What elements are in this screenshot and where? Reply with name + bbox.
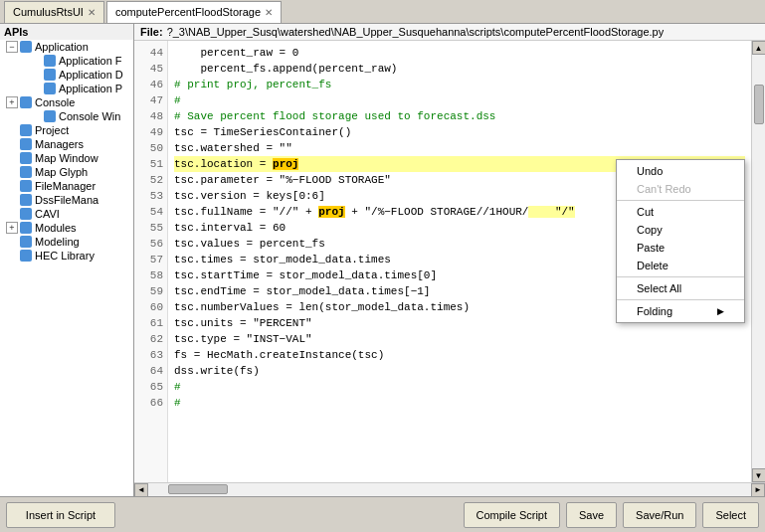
tab-script-close[interactable]: ✕: [265, 7, 273, 18]
tree-item-icon-0: [20, 41, 32, 53]
code-line-50: tsc.watershed = "": [174, 140, 745, 156]
tree-toggle-13[interactable]: +: [6, 222, 18, 234]
select-button[interactable]: Select: [702, 502, 759, 528]
sidebar-item-13[interactable]: +Modules: [0, 221, 133, 235]
sidebar-item-label-2: Application D: [59, 69, 123, 81]
sidebar-item-label-11: DssFileMana: [35, 194, 98, 206]
sidebar-item-4[interactable]: +Console: [0, 95, 133, 109]
menu-item-label: Delete: [637, 260, 669, 271]
menu-separator-2: [617, 200, 744, 201]
code-line-64: dss.write(fs): [174, 363, 745, 379]
tree-item-icon-12: [20, 208, 32, 220]
sidebar-item-7[interactable]: Managers: [0, 137, 133, 151]
menu-item-undo[interactable]: Undo: [617, 162, 744, 180]
menu-item-label: Cut: [637, 206, 654, 218]
code-line-49: tsc = TimeSeriesContainer(): [174, 124, 745, 140]
menu-item-label: Can't Redo: [637, 183, 691, 195]
scroll-thumb[interactable]: [754, 85, 764, 124]
tree-item-icon-13: [20, 222, 32, 234]
tree-toggle-0[interactable]: −: [6, 41, 18, 53]
horizontal-scrollbar[interactable]: ◄ ►: [134, 482, 765, 496]
menu-item-copy[interactable]: Copy: [617, 221, 744, 239]
sidebar-item-label-8: Map Window: [35, 152, 98, 164]
sidebar-item-10[interactable]: FileManager: [0, 179, 133, 193]
sidebar-item-label-9: Map Glyph: [35, 166, 88, 178]
sidebar-item-0[interactable]: −Application: [0, 40, 133, 54]
tree-item-icon-2: [44, 69, 56, 81]
sidebar-item-5[interactable]: Console Win: [0, 109, 133, 123]
title-bar: CumulusRtsUI ✕ computePercentFloodStorag…: [0, 0, 765, 24]
tree-item-icon-15: [20, 250, 32, 262]
menu-item-cut[interactable]: Cut: [617, 203, 744, 221]
save-button[interactable]: Save: [566, 502, 617, 528]
file-path-bar: File: ?_3\NAB_Upper_Susq\watershed\NAB_U…: [134, 24, 765, 41]
compile-script-button[interactable]: Compile Script: [464, 502, 561, 528]
sidebar-item-label-7: Managers: [35, 138, 84, 150]
sidebar-item-label-5: Console Win: [59, 110, 120, 122]
tree-toggle-4[interactable]: +: [6, 96, 18, 108]
sidebar-item-11[interactable]: DssFileMana: [0, 193, 133, 207]
sidebar-item-label-13: Modules: [35, 222, 77, 234]
scroll-left-arrow[interactable]: ◄: [134, 483, 148, 497]
menu-item-paste[interactable]: Paste: [617, 239, 744, 257]
menu-item-label: Folding: [637, 305, 672, 317]
sidebar-item-label-10: FileManager: [35, 180, 96, 192]
menu-item-label: Paste: [637, 242, 665, 254]
sidebar-tree: −ApplicationApplication FApplication DAp…: [0, 40, 133, 263]
sidebar-item-label-14: Modeling: [35, 236, 80, 248]
menu-item-can't-redo: Can't Redo: [617, 180, 744, 198]
file-path-label: File:: [140, 26, 163, 38]
sidebar-item-label-3: Application P: [59, 83, 122, 94]
bottom-toolbar: Insert in Script Compile Script Save Sav…: [0, 496, 765, 532]
save-run-button[interactable]: Save/Run: [623, 502, 696, 528]
sidebar-item-6[interactable]: Project: [0, 123, 133, 137]
file-path-value: ?_3\NAB_Upper_Susq\watershed\NAB_Upper_S…: [167, 26, 665, 38]
line-numbers: 4445464748495051525354555657585960616263…: [134, 41, 168, 482]
scroll-down-arrow[interactable]: ▼: [752, 468, 766, 482]
sidebar-item-label-6: Project: [35, 124, 69, 136]
code-line-63: fs = HecMath.createInstance(tsc): [174, 347, 745, 363]
tab-script[interactable]: computePercentFloodStorage ✕: [106, 1, 282, 23]
vertical-scrollbar[interactable]: ▲ ▼: [751, 41, 765, 482]
menu-item-label: Select All: [637, 282, 681, 294]
code-line-48: # Save percent flood storage used to for…: [174, 108, 745, 124]
menu-item-label: Copy: [637, 224, 663, 236]
tree-item-icon-5: [44, 110, 56, 122]
sidebar-item-8[interactable]: Map Window: [0, 151, 133, 165]
scroll-right-arrow[interactable]: ►: [751, 483, 765, 497]
tree-item-icon-7: [20, 138, 32, 150]
insert-in-script-button[interactable]: Insert in Script: [6, 502, 115, 528]
sidebar-item-14[interactable]: Modeling: [0, 235, 133, 249]
menu-item-delete[interactable]: Delete: [617, 257, 744, 274]
sidebar-item-12[interactable]: CAVI: [0, 207, 133, 221]
scroll-up-arrow[interactable]: ▲: [752, 41, 766, 55]
sidebar-root: APIs: [0, 24, 133, 40]
menu-item-folding[interactable]: Folding▶: [617, 302, 744, 320]
code-line-62: tsc.type = "INST−VAL": [174, 331, 745, 347]
context-menu: UndoCan't RedoCutCopyPasteDeleteSelect A…: [616, 159, 745, 323]
sidebar[interactable]: APIs −ApplicationApplication FApplicatio…: [0, 24, 134, 496]
sidebar-item-3[interactable]: Application P: [0, 82, 133, 95]
tree-item-icon-3: [44, 83, 56, 94]
sidebar-item-label-15: HEC Library: [35, 250, 95, 262]
code-line-45: percent_fs.append(percent_raw): [174, 61, 745, 77]
tab-cumulus-label: CumulusRtsUI: [13, 6, 84, 18]
sidebar-item-2[interactable]: Application D: [0, 68, 133, 82]
menu-item-select-all[interactable]: Select All: [617, 279, 744, 297]
menu-item-arrow: ▶: [717, 306, 724, 316]
tab-script-label: computePercentFloodStorage: [115, 6, 261, 18]
code-line-47: #: [174, 92, 745, 108]
tab-cumulus-close[interactable]: ✕: [88, 7, 96, 18]
sidebar-item-label-12: CAVI: [35, 208, 60, 220]
sidebar-item-1[interactable]: Application F: [0, 54, 133, 68]
sidebar-item-label-4: Console: [35, 96, 75, 108]
code-line-46: # print proj, percent_fs: [174, 77, 745, 92]
sidebar-item-15[interactable]: HEC Library: [0, 249, 133, 263]
sidebar-item-9[interactable]: Map Glyph: [0, 165, 133, 179]
tree-item-icon-10: [20, 180, 32, 192]
sidebar-item-label-0: Application: [35, 41, 89, 53]
h-scroll-thumb[interactable]: [168, 484, 228, 494]
tree-item-icon-9: [20, 166, 32, 178]
tab-cumulus[interactable]: CumulusRtsUI ✕: [4, 1, 104, 23]
code-line-66: #: [174, 395, 745, 411]
